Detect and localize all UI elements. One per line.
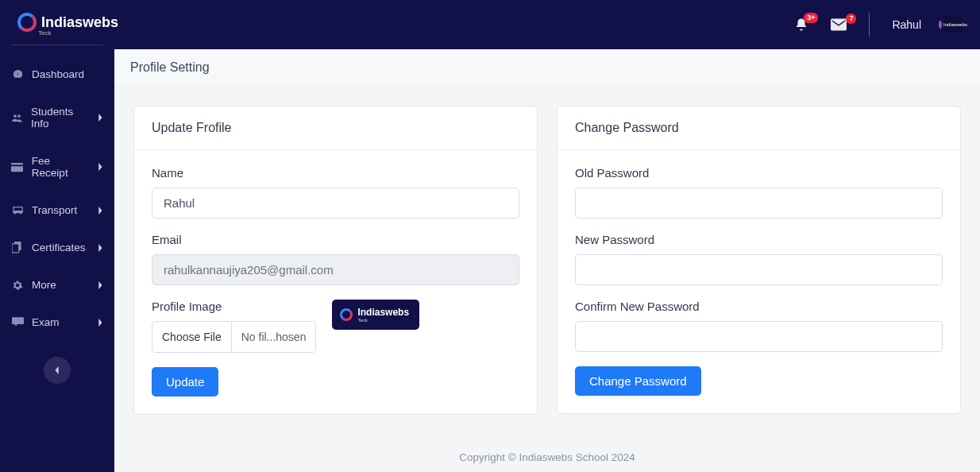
svg-rect-4 xyxy=(12,317,24,324)
messages-button[interactable]: 7 xyxy=(831,18,847,31)
profile-image-label: Profile Image xyxy=(152,300,316,313)
messages-badge: 7 xyxy=(846,14,856,24)
new-password-label: New Password xyxy=(575,233,943,246)
email-label: Email xyxy=(152,233,519,246)
old-password-label: Old Password xyxy=(575,166,943,180)
update-button[interactable]: Update xyxy=(152,367,218,397)
copy-icon xyxy=(11,242,24,253)
update-profile-card: Update Frofile Name Email Profile Image xyxy=(133,106,538,415)
chevron-right-icon xyxy=(97,244,103,252)
sidebar-item-label: Exam xyxy=(32,316,60,328)
footer-text: Copyright © Indiaswebs School 2024 xyxy=(114,434,980,472)
svg-rect-1 xyxy=(11,164,23,166)
brand-divider xyxy=(11,44,103,45)
bus-icon xyxy=(11,205,24,216)
brand-subtext: Teck xyxy=(38,29,118,37)
sidebar-item-fee-receipt[interactable]: Fee Receipt xyxy=(0,142,114,192)
name-label: Name xyxy=(152,166,519,180)
preview-brand-sub: Teck xyxy=(357,318,409,323)
chalkboard-icon xyxy=(11,317,24,327)
preview-logo-icon xyxy=(340,308,353,321)
current-user-name: Rahul xyxy=(892,18,921,31)
chevron-right-icon xyxy=(97,163,103,171)
email-input xyxy=(152,254,519,285)
profile-image-picker[interactable]: Choose File No fil...hosen xyxy=(152,321,316,353)
sidebar-collapse-button[interactable] xyxy=(44,357,71,384)
sidebar-item-label: Certificates xyxy=(32,242,86,253)
sidebar: Dashboard Students Info Fee Receipt Tran… xyxy=(0,0,114,472)
profile-image-preview: Indiaswebs Teck xyxy=(332,300,419,330)
chosen-file-text: No fil...hosen xyxy=(232,322,316,352)
card-icon xyxy=(11,162,24,172)
sidebar-item-label: Students Info xyxy=(31,106,89,130)
update-profile-title: Update Frofile xyxy=(134,106,537,150)
change-password-button[interactable]: Change Password xyxy=(575,366,701,396)
svg-rect-0 xyxy=(11,162,23,171)
user-avatar[interactable]: Indiaswebs xyxy=(943,17,963,33)
sidebar-item-label: More xyxy=(32,279,56,291)
notifications-badge: 3+ xyxy=(804,13,818,23)
avatar-logo-icon xyxy=(939,21,942,29)
change-password-title: Change Password xyxy=(558,106,960,150)
gauge-icon xyxy=(11,68,24,80)
sidebar-item-certificates[interactable]: Certificates xyxy=(0,229,114,266)
brand-name: Indiaswebs xyxy=(41,15,118,29)
sidebar-item-more[interactable]: More xyxy=(0,266,114,304)
avatar-brand-text: Indiaswebs xyxy=(943,22,967,27)
sidebar-item-label: Transport xyxy=(32,204,77,216)
change-password-card: Change Password Old Password New Passwor… xyxy=(557,106,961,414)
confirm-password-label: Confirm New Password xyxy=(575,300,943,313)
gear-icon xyxy=(11,280,24,291)
old-password-input[interactable] xyxy=(575,188,943,219)
new-password-input[interactable] xyxy=(575,254,943,285)
brand-logo[interactable]: Indiaswebs Teck xyxy=(17,13,118,37)
sidebar-item-exam[interactable]: Exam xyxy=(0,304,114,341)
envelope-icon xyxy=(831,18,847,31)
confirm-password-input[interactable] xyxy=(575,321,943,352)
brand-logo-icon xyxy=(17,13,37,32)
name-input[interactable] xyxy=(152,188,519,219)
notifications-button[interactable]: 3+ xyxy=(794,17,808,32)
chevron-right-icon xyxy=(97,319,103,327)
topbar-divider xyxy=(869,13,870,37)
preview-brand-name: Indiaswebs xyxy=(357,308,409,317)
sidebar-item-dashboard[interactable]: Dashboard xyxy=(0,56,114,93)
page-title: Profile Setting xyxy=(114,49,980,87)
choose-file-button[interactable]: Choose File xyxy=(152,322,232,352)
sidebar-item-label: Dashboard xyxy=(32,68,84,80)
users-icon xyxy=(11,112,23,124)
sidebar-item-label: Fee Receipt xyxy=(32,155,89,179)
chevron-left-icon xyxy=(54,366,60,374)
chevron-right-icon xyxy=(97,114,103,122)
svg-rect-3 xyxy=(12,244,19,253)
chevron-right-icon xyxy=(97,281,103,289)
sidebar-item-students-info[interactable]: Students Info xyxy=(0,93,114,142)
chevron-right-icon xyxy=(97,207,103,215)
sidebar-item-transport[interactable]: Transport xyxy=(0,192,114,229)
